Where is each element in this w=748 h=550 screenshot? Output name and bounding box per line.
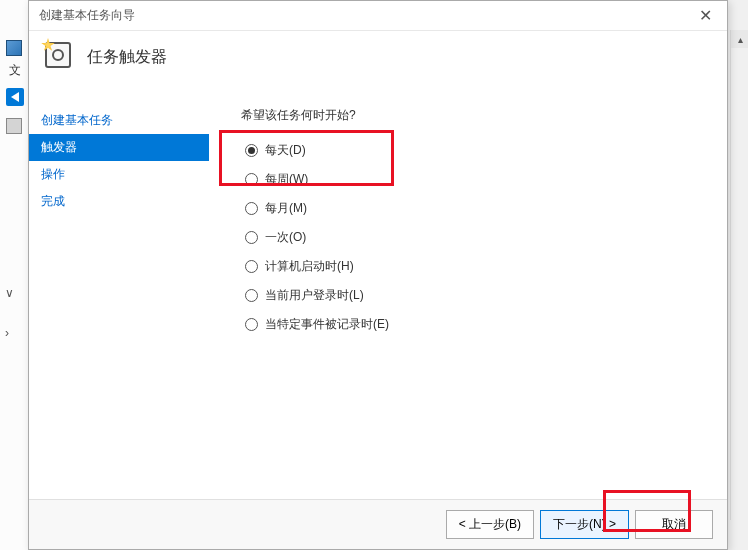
cancel-button[interactable]: 取消 (635, 510, 713, 539)
main-panel: 希望该任务何时开始? 每天(D) 每周(W) 每月(M) 一次(O) (209, 83, 727, 493)
wizard-header: 任务触发器 (29, 31, 727, 83)
radio-label: 当前用户登录时(L) (265, 287, 364, 304)
next-button[interactable]: 下一步(N) > (540, 510, 629, 539)
trigger-options: 每天(D) 每周(W) 每月(M) 一次(O) 计算机启动时(H) (241, 142, 707, 333)
background-panel: 文 ∨ › (0, 0, 30, 550)
trigger-question: 希望该任务何时开始? (241, 107, 707, 124)
wizard-icon (45, 42, 75, 72)
radio-icon (245, 202, 258, 215)
sidebar-step-trigger[interactable]: 触发器 (29, 134, 209, 161)
radio-weekly[interactable]: 每周(W) (245, 171, 707, 188)
back-button[interactable]: < 上一步(B) (446, 510, 534, 539)
radio-icon (245, 231, 258, 244)
chevron-down-icon[interactable]: ∨ (5, 286, 14, 300)
chevron-right-icon[interactable]: › (5, 326, 9, 340)
sidebar-step-create[interactable]: 创建基本任务 (29, 107, 209, 134)
bg-tree-icon (6, 118, 22, 134)
radio-label: 每月(M) (265, 200, 307, 217)
close-button[interactable]: ✕ (683, 1, 727, 31)
radio-logon[interactable]: 当前用户登录时(L) (245, 287, 707, 304)
page-title: 任务触发器 (87, 47, 167, 68)
radio-startup[interactable]: 计算机启动时(H) (245, 258, 707, 275)
scroll-up-button[interactable]: ▴ (731, 30, 748, 48)
radio-icon (245, 289, 258, 302)
dialog-title: 创建基本任务向导 (39, 7, 135, 24)
radio-icon (245, 260, 258, 273)
radio-icon (245, 318, 258, 331)
content-area: 创建基本任务 触发器 操作 完成 希望该任务何时开始? 每天(D) 每周(W) … (29, 83, 727, 493)
radio-once[interactable]: 一次(O) (245, 229, 707, 246)
radio-icon (245, 173, 258, 186)
radio-label: 计算机启动时(H) (265, 258, 354, 275)
sidebar-step-finish[interactable]: 完成 (29, 188, 209, 215)
wizard-footer: < 上一步(B) 下一步(N) > 取消 (29, 499, 727, 549)
radio-monthly[interactable]: 每月(M) (245, 200, 707, 217)
radio-label: 每周(W) (265, 171, 308, 188)
radio-label: 每天(D) (265, 142, 306, 159)
titlebar: 创建基本任务向导 ✕ (29, 1, 727, 31)
radio-label: 当特定事件被记录时(E) (265, 316, 389, 333)
scrollbar[interactable]: ▴ (730, 30, 748, 520)
back-arrow-icon[interactable] (6, 88, 24, 106)
wizard-dialog: 创建基本任务向导 ✕ 任务触发器 创建基本任务 触发器 操作 完成 希望该任务何… (28, 0, 728, 550)
radio-icon (245, 144, 258, 157)
bg-app-icon (6, 40, 22, 56)
wizard-steps-sidebar: 创建基本任务 触发器 操作 完成 (29, 83, 209, 493)
sidebar-step-action[interactable]: 操作 (29, 161, 209, 188)
bg-text: 文 (9, 62, 21, 79)
radio-label: 一次(O) (265, 229, 306, 246)
radio-daily[interactable]: 每天(D) (245, 142, 707, 159)
radio-event[interactable]: 当特定事件被记录时(E) (245, 316, 707, 333)
close-icon: ✕ (699, 6, 712, 25)
